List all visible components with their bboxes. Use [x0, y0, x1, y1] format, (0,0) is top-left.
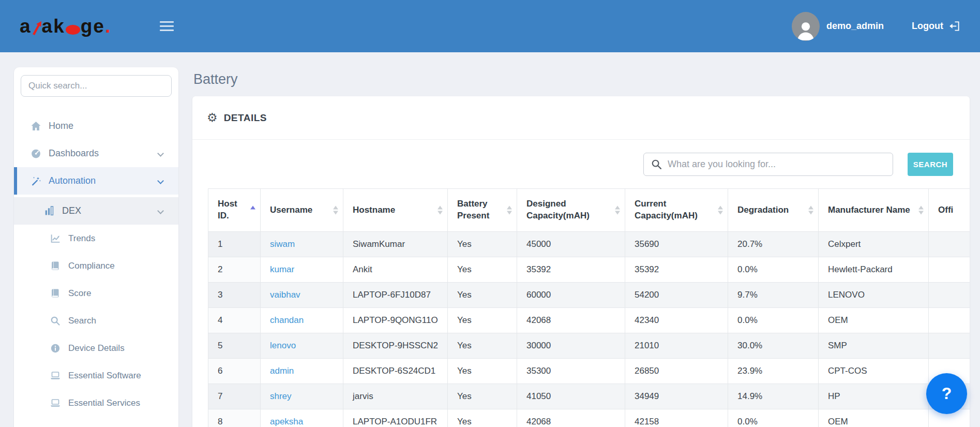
wand-icon	[29, 175, 42, 186]
column-header-degradation[interactable]: Degradation	[728, 189, 819, 232]
cell-degradation: 20.7%	[728, 232, 819, 257]
user-name: demo_admin	[826, 21, 884, 32]
username-link[interactable]: apeksha	[270, 417, 303, 426]
table-row: 5lenovoDESKTOP-9HSSCN2Yes300002101030.0%…	[208, 333, 970, 359]
cell-hostname: DESKTOP-9HSSCN2	[343, 333, 448, 359]
cell-degradation: 14.9%	[728, 384, 819, 409]
table-row: 3vaibhavLAPTOP-6FJ10D87Yes60000542009.7%…	[208, 283, 970, 308]
sidebar-item-essential-software[interactable]: Essential Software	[14, 362, 178, 389]
sidebar-item-automation[interactable]: Automation	[14, 167, 178, 195]
info-icon	[49, 343, 62, 354]
logout-button[interactable]: Logout	[912, 20, 960, 32]
gear-icon: ⚙︎	[207, 112, 218, 124]
sidebar-item-label: Automation	[49, 175, 96, 186]
sidebar-item-search[interactable]: Search	[14, 307, 178, 334]
sidebar-item-trends[interactable]: Trends	[14, 225, 178, 252]
sidebar-item-label: Dashboards	[49, 148, 99, 159]
sidebar-item-dex[interactable]: DEX	[14, 197, 178, 225]
bar-chart-icon	[43, 205, 55, 216]
cell-hostname: jarvis	[343, 384, 448, 409]
cell-designed-capacity: 35392	[517, 257, 625, 283]
battery-table: Host ID.UsernameHostnameBattery PresentD…	[208, 188, 970, 427]
cell-designed-capacity: 45000	[517, 232, 625, 257]
table-row: 2kumarAnkitYes35392353920.0%Hewlett-Pack…	[208, 257, 970, 283]
cell-username: admin	[261, 359, 343, 384]
cell-manufacturer-name: SMP	[819, 333, 929, 359]
sidebar-item-label: Compliance	[68, 261, 115, 271]
cell-battery-present: Yes	[448, 384, 517, 409]
column-header-host-id[interactable]: Host ID.	[208, 189, 261, 232]
sidebar-item-label: Trends	[68, 233, 95, 244]
table-search-input[interactable]	[643, 153, 893, 176]
username-link[interactable]: admin	[270, 366, 294, 376]
cell-degradation: 0.0%	[728, 308, 819, 333]
sidebar-item-label: Essential Services	[68, 398, 140, 408]
cell-username: siwam	[261, 232, 343, 257]
cell-current-capacity: 34949	[625, 384, 728, 409]
column-header-username[interactable]: Username	[261, 189, 343, 232]
cell-username: kumar	[261, 257, 343, 283]
username-link[interactable]: lenovo	[270, 341, 296, 350]
user-avatar[interactable]	[792, 12, 820, 41]
column-header-battery-present[interactable]: Battery Present	[448, 189, 517, 232]
sidebar-menu: HomeDashboardsAutomationDEXTrendsComplia…	[14, 112, 178, 417]
page-title: Battery	[193, 71, 970, 87]
cell-designed-capacity: 41050	[517, 384, 625, 409]
cell-host-id: 2	[208, 257, 261, 283]
gauge-icon	[29, 148, 42, 159]
battery-table-wrap[interactable]: Host ID.UsernameHostnameBattery PresentD…	[208, 188, 970, 427]
sidebar: HomeDashboardsAutomationDEXTrendsComplia…	[14, 67, 178, 427]
help-button[interactable]: ?	[926, 373, 967, 414]
cell-current-capacity: 35392	[625, 257, 728, 283]
cell-manufacturer-name: Hewlett-Packard	[819, 257, 929, 283]
username-link[interactable]: chandan	[270, 315, 304, 325]
cell-current-capacity: 42158	[625, 409, 728, 427]
search-button[interactable]: SEARCH	[908, 153, 953, 176]
cell-current-capacity: 21010	[625, 333, 728, 359]
table-row: 1siwamSiwamKumarYes450003569020.7%Celxpe…	[208, 232, 970, 257]
cell-degradation: 9.7%	[728, 283, 819, 308]
logo-o-icon	[66, 25, 80, 35]
cell-manufacturer-name: HP	[819, 384, 929, 409]
cell-degradation: 0.0%	[728, 409, 819, 427]
chevron-down-icon	[157, 208, 164, 214]
cell-offi	[929, 283, 970, 308]
sort-icon	[507, 206, 512, 215]
cell-designed-capacity: 42068	[517, 308, 625, 333]
column-header-designed-capacity[interactable]: Designed Capacity(mAH)	[517, 189, 625, 232]
cell-current-capacity: 54200	[625, 283, 728, 308]
cell-offi	[929, 232, 970, 257]
sidebar-item-device-details[interactable]: Device Details	[14, 334, 178, 362]
chevron-down-icon	[157, 178, 164, 184]
sort-icon	[615, 206, 620, 215]
username-link[interactable]: shrey	[270, 391, 292, 401]
username-link[interactable]: siwam	[270, 239, 295, 249]
sort-icon	[718, 206, 723, 215]
sidebar-item-home[interactable]: Home	[14, 112, 178, 140]
table-row: 7shreyjarvisYes410503494914.9%HP	[208, 384, 970, 409]
cell-offi	[929, 257, 970, 283]
sort-asc-icon	[250, 206, 255, 215]
column-header-manufacturer-name[interactable]: Manufacturer Name	[819, 189, 929, 232]
anakage-logo[interactable]: a ak ge .	[20, 17, 110, 36]
username-link[interactable]: kumar	[270, 264, 294, 274]
sidebar-item-compliance[interactable]: Compliance	[14, 252, 178, 279]
username-link[interactable]: vaibhav	[270, 290, 300, 300]
column-header-current-capacity[interactable]: Current Capacity(mAH)	[625, 189, 728, 232]
magnifier-icon	[49, 316, 62, 326]
cell-host-id: 4	[208, 308, 261, 333]
cell-username: apeksha	[261, 409, 343, 427]
hamburger-menu-icon[interactable]	[160, 19, 174, 34]
sidebar-item-dashboards[interactable]: Dashboards	[14, 140, 178, 167]
sidebar-item-essential-services[interactable]: Essential Services	[14, 389, 178, 417]
cell-degradation: 0.0%	[728, 257, 819, 283]
cell-hostname: Ankit	[343, 257, 448, 283]
table-search-row: SEARCH	[192, 140, 970, 188]
quick-search-input[interactable]	[21, 75, 172, 97]
column-header-hostname[interactable]: Hostname	[343, 189, 448, 232]
cell-hostname: SiwamKumar	[343, 232, 448, 257]
cell-battery-present: Yes	[448, 409, 517, 427]
cell-manufacturer-name: OEM	[819, 409, 929, 427]
column-header-offi[interactable]: Offi	[929, 189, 970, 232]
sidebar-item-score[interactable]: Score	[14, 279, 178, 307]
